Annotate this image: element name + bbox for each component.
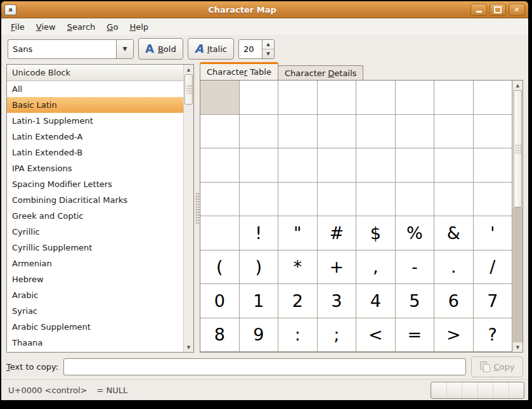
list-item[interactable]: Armenian xyxy=(7,256,183,271)
list-item[interactable]: Arabic xyxy=(7,287,183,303)
grid-cell[interactable]: + xyxy=(318,250,357,285)
grid-cell[interactable] xyxy=(434,81,474,115)
grid-cell[interactable]: > xyxy=(434,318,474,353)
grid-cell[interactable]: = xyxy=(396,318,435,353)
grid-cell[interactable] xyxy=(200,148,240,183)
grid-cell[interactable]: ) xyxy=(240,250,279,285)
dropdown-arrow-icon[interactable]: ▼ xyxy=(116,40,133,58)
grid-cell[interactable]: 0 xyxy=(200,284,240,318)
menu-view[interactable]: View xyxy=(30,20,62,34)
grid-cell[interactable] xyxy=(396,115,435,149)
list-item[interactable]: Hebrew xyxy=(7,271,183,287)
italic-button[interactable]: A Italic xyxy=(188,38,234,60)
grid-cell[interactable]: ' xyxy=(474,216,513,250)
scrollbar-thumb[interactable] xyxy=(514,90,522,207)
grid-cell[interactable]: 6 xyxy=(434,284,474,318)
grid-cell[interactable] xyxy=(278,115,318,149)
list-header-unicode-block[interactable]: Unicode Block xyxy=(7,65,183,81)
menu-file[interactable]: File xyxy=(5,20,30,34)
grid-cell[interactable] xyxy=(434,148,474,183)
minimize-button[interactable] xyxy=(470,4,487,16)
grid-cell[interactable] xyxy=(240,183,279,217)
grid-cell[interactable] xyxy=(356,148,396,183)
copy-button[interactable]: Copy xyxy=(471,356,523,377)
grid-cell[interactable]: ? xyxy=(474,318,513,353)
grid-cell[interactable]: - xyxy=(396,250,435,285)
grid-cell[interactable]: $ xyxy=(356,216,396,250)
list-item[interactable]: Spacing Modifier Letters xyxy=(7,176,183,192)
grid-cell[interactable]: / xyxy=(474,250,513,285)
menu-go[interactable]: Go xyxy=(101,20,124,34)
list-item[interactable]: Combining Diacritical Marks xyxy=(7,192,183,208)
grid-cell[interactable] xyxy=(356,183,396,217)
bold-button[interactable]: A Bold xyxy=(138,38,183,60)
list-item[interactable]: IPA Extensions xyxy=(7,160,183,176)
grid-cell[interactable]: : xyxy=(278,318,318,353)
font-family-combo[interactable]: Sans ▼ xyxy=(8,39,134,59)
maximize-button[interactable] xyxy=(490,4,506,16)
list-item[interactable]: All xyxy=(7,81,183,97)
spin-down-icon[interactable]: ▼ xyxy=(263,49,274,58)
grid-cell[interactable] xyxy=(356,81,396,115)
grid-cell[interactable]: . xyxy=(434,250,474,285)
grid-cell[interactable] xyxy=(474,81,513,115)
tab-character-table[interactable]: Character Table xyxy=(200,62,278,80)
list-item[interactable]: Cyrillic xyxy=(7,224,183,240)
scroll-down-icon[interactable]: ▼ xyxy=(184,342,193,352)
grid-cell[interactable] xyxy=(396,183,435,217)
character-table-scrollbar[interactable]: ▲ ▼ xyxy=(512,81,522,352)
list-item[interactable]: Latin-1 Supplement xyxy=(7,113,183,129)
grid-cell[interactable] xyxy=(474,115,513,149)
scroll-up-icon[interactable]: ▲ xyxy=(513,81,522,90)
scroll-down-icon[interactable]: ▼ xyxy=(513,342,522,352)
titlebar[interactable]: a Character Map ✕ xyxy=(1,1,528,18)
panel-splitter[interactable] xyxy=(194,64,200,353)
grid-cell[interactable]: ( xyxy=(200,250,240,285)
list-item[interactable]: Latin Extended-B xyxy=(7,145,183,160)
grid-cell[interactable]: 8 xyxy=(200,318,240,353)
grid-cell[interactable]: 2 xyxy=(278,284,318,318)
list-item[interactable]: Latin Extended-A xyxy=(7,129,183,145)
grid-cell[interactable]: # xyxy=(318,216,357,250)
text-to-copy-input[interactable] xyxy=(63,358,466,375)
grid-cell[interactable] xyxy=(318,183,357,217)
spin-up-icon[interactable]: ▲ xyxy=(263,40,274,49)
grid-cell[interactable] xyxy=(278,81,318,115)
grid-cell[interactable]: % xyxy=(396,216,435,250)
grid-cell[interactable] xyxy=(396,81,435,115)
close-button[interactable]: ✕ xyxy=(509,4,525,16)
grid-cell[interactable] xyxy=(434,183,474,217)
window-icon[interactable]: a xyxy=(4,4,16,15)
font-size-spinner[interactable]: 20 ▲ ▼ xyxy=(238,39,275,59)
grid-cell[interactable] xyxy=(474,183,513,217)
list-item[interactable]: Arabic Supplement xyxy=(7,319,183,335)
grid-cell[interactable] xyxy=(240,115,279,149)
grid-cell[interactable]: 5 xyxy=(396,284,435,318)
grid-cell[interactable]: & xyxy=(434,216,474,250)
grid-cell[interactable] xyxy=(278,148,318,183)
grid-cell[interactable]: * xyxy=(278,250,318,285)
list-item-selected[interactable]: Basic Latin xyxy=(7,97,183,113)
block-list-scrollbar[interactable]: ▲ ▼ xyxy=(183,65,193,352)
grid-cell[interactable] xyxy=(318,81,357,115)
scrollbar-trough[interactable] xyxy=(184,105,193,342)
list-item[interactable]: Cyrillic Supplement xyxy=(7,240,183,256)
grid-cell[interactable] xyxy=(240,148,279,183)
scroll-up-icon[interactable]: ▲ xyxy=(184,65,193,74)
grid-cell[interactable] xyxy=(318,115,357,149)
grid-cell[interactable] xyxy=(200,115,240,149)
grid-cell[interactable] xyxy=(474,148,513,183)
grid-cell[interactable] xyxy=(356,115,396,149)
menu-help[interactable]: Help xyxy=(124,20,154,34)
menu-search[interactable]: Search xyxy=(62,20,101,34)
tab-character-details[interactable]: Character Details xyxy=(278,65,363,80)
scrollbar-thumb[interactable] xyxy=(185,74,193,105)
grid-cell-selected[interactable] xyxy=(200,81,240,115)
grid-cell[interactable] xyxy=(318,148,357,183)
grid-cell[interactable]: , xyxy=(356,250,396,285)
grid-cell[interactable] xyxy=(240,81,279,115)
grid-cell[interactable]: 4 xyxy=(356,284,396,318)
grid-cell[interactable]: 1 xyxy=(240,284,279,318)
grid-cell[interactable]: 7 xyxy=(474,284,513,318)
grid-cell[interactable]: 9 xyxy=(240,318,279,353)
